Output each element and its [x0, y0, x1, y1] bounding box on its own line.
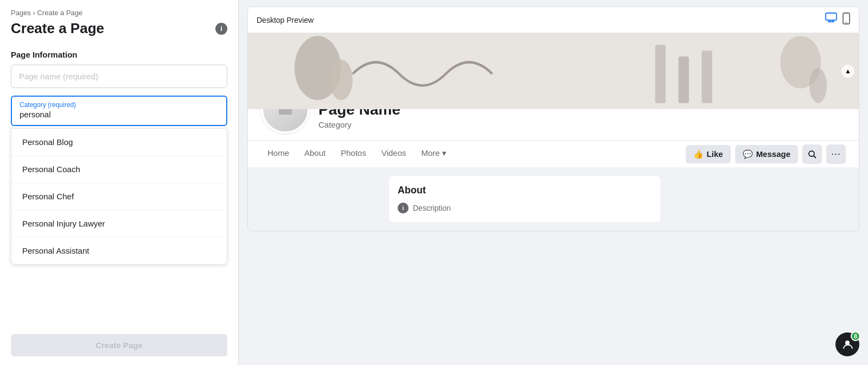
- desktop-icon[interactable]: [825, 12, 837, 27]
- nav-home[interactable]: Home: [261, 141, 296, 167]
- nav-photos[interactable]: Photos: [334, 141, 373, 167]
- scroll-up-arrow[interactable]: ▲: [841, 65, 854, 78]
- section-label: Page Information: [0, 46, 238, 65]
- page-nav: Home About Photos Videos More ▾ 👍 Like 💬…: [248, 140, 859, 167]
- right-panel: Desktop Preview: [239, 0, 868, 365]
- category-dropdown: Personal Blog Personal Coach Personal Ch…: [11, 128, 227, 265]
- svg-point-13: [809, 68, 827, 103]
- svg-rect-11: [701, 51, 712, 103]
- preview-container: Desktop Preview: [247, 7, 859, 231]
- category-label: Category (required): [20, 101, 219, 109]
- messenger-icon: 💬: [743, 149, 753, 159]
- nav-more[interactable]: More ▾: [415, 141, 453, 167]
- svg-point-5: [846, 22, 847, 23]
- description-info-icon: i: [398, 203, 409, 213]
- about-description-row: i Description: [398, 203, 652, 213]
- ellipsis-icon: ···: [831, 148, 841, 160]
- preview-title: Desktop Preview: [257, 16, 314, 24]
- dropdown-item-personal-injury[interactable]: Personal Injury Lawyer: [11, 210, 227, 237]
- message-label: Message: [756, 149, 790, 159]
- cover-photo: ▲: [248, 33, 859, 109]
- about-section: About i Description: [248, 167, 859, 231]
- page-category-display: Category: [318, 120, 400, 129]
- description-text: Description: [413, 204, 451, 212]
- dropdown-item[interactable]: Personal Coach: [11, 156, 227, 183]
- about-card: About i Description: [389, 176, 660, 222]
- like-button[interactable]: 👍 Like: [686, 145, 731, 163]
- svg-line-17: [814, 156, 816, 158]
- svg-point-18: [845, 341, 850, 345]
- nav-links: Home About Photos Videos More ▾: [261, 141, 453, 167]
- svg-rect-9: [655, 45, 666, 103]
- info-icon[interactable]: i: [215, 23, 227, 35]
- category-input-wrapper: Category (required): [11, 96, 227, 126]
- breadcrumb-parent[interactable]: Pages: [11, 9, 31, 17]
- search-button[interactable]: [802, 144, 822, 164]
- create-page-button[interactable]: Create Page: [11, 334, 227, 356]
- preview-header: Desktop Preview: [248, 7, 859, 33]
- dropdown-item[interactable]: Personal Assistant: [11, 237, 227, 264]
- online-count: 8: [851, 331, 860, 341]
- page-title-text: Create a Page: [11, 20, 104, 37]
- svg-rect-10: [679, 56, 689, 103]
- like-label: Like: [707, 149, 723, 159]
- nav-actions: 👍 Like 💬 Message ···: [686, 144, 846, 164]
- breadcrumb-current: Create a Page: [37, 9, 82, 17]
- preview-icons: [825, 12, 850, 27]
- dropdown-item[interactable]: Personal Chef: [11, 183, 227, 210]
- left-panel: Pages › Create a Page Create a Page i Pa…: [0, 0, 239, 365]
- mobile-icon[interactable]: [843, 12, 850, 27]
- thumbs-up-icon: 👍: [693, 149, 704, 159]
- more-options-button[interactable]: ···: [826, 144, 846, 164]
- category-input[interactable]: [20, 110, 219, 119]
- nav-videos[interactable]: Videos: [375, 141, 413, 167]
- page-title-row: Create a Page i: [0, 19, 238, 46]
- svg-point-8: [329, 59, 353, 100]
- breadcrumb: Pages › Create a Page: [0, 0, 238, 19]
- svg-rect-0: [826, 13, 837, 20]
- dropdown-item[interactable]: Personal Blog: [11, 129, 227, 156]
- message-button[interactable]: 💬 Message: [735, 145, 798, 163]
- breadcrumb-separator: ›: [33, 9, 35, 17]
- page-name-input[interactable]: Page name (required): [11, 65, 227, 88]
- online-badge[interactable]: 8: [835, 332, 859, 356]
- nav-about[interactable]: About: [298, 141, 332, 167]
- about-title: About: [398, 185, 652, 196]
- about-spacer: [261, 176, 321, 222]
